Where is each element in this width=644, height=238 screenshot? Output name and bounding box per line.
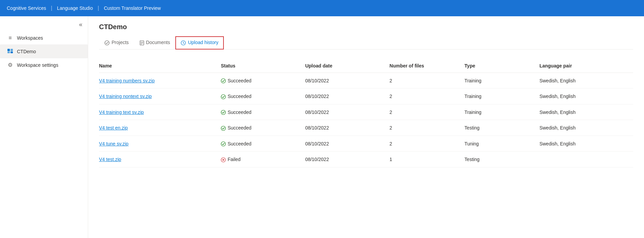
- status-text: Succeeded: [228, 125, 251, 131]
- num-files-cell: 1: [390, 152, 465, 167]
- table-row: V4 tune sv.zipSucceeded08/10/20222Tuning…: [99, 136, 633, 152]
- language-pair-cell: [540, 152, 633, 167]
- file-name-link[interactable]: V4 test en.zip: [99, 125, 128, 131]
- success-icon: [221, 78, 226, 84]
- success-icon: [221, 93, 226, 99]
- tab-documents-label: Documents: [146, 40, 170, 45]
- nav-custom-translator[interactable]: Custom Translator Preview: [104, 5, 161, 11]
- table-row: V4 training numbers sv.zipSucceeded08/10…: [99, 73, 633, 88]
- upload-date-cell: 08/10/2022: [305, 73, 390, 88]
- success-icon: [221, 125, 226, 131]
- table-row: V4 training text sv.zipSucceeded08/10/20…: [99, 104, 633, 120]
- sidebar-item-workspaces[interactable]: ≡ Workspaces: [0, 32, 88, 44]
- num-files-cell: 2: [390, 136, 465, 152]
- status-text: Succeeded: [228, 94, 251, 99]
- col-header-status: Status: [221, 60, 305, 73]
- fail-icon: [221, 156, 226, 162]
- type-cell: Training: [465, 104, 540, 120]
- tab-projects-label: Projects: [112, 40, 129, 45]
- upload-date-cell: 08/10/2022: [305, 104, 390, 120]
- num-files-cell: 2: [390, 120, 465, 136]
- svg-rect-0: [7, 49, 10, 51]
- col-header-type: Type: [465, 60, 540, 73]
- type-cell: Testing: [465, 120, 540, 136]
- tab-upload-history-label: Upload history: [188, 40, 218, 45]
- page-title: CTDemo: [99, 23, 633, 31]
- nav-cognitive-services[interactable]: Cognitive Services: [7, 5, 46, 11]
- col-header-name: Name: [99, 60, 221, 73]
- language-pair-cell: Swedish, English: [540, 136, 633, 152]
- table-header: Name Status Upload date Number of files …: [99, 60, 633, 73]
- svg-rect-2: [7, 52, 10, 53]
- documents-tab-icon: [140, 40, 144, 45]
- sidebar-item-ctdemo[interactable]: CTDemo: [0, 44, 88, 58]
- main-content: CTDemo Projects: [88, 16, 644, 238]
- svg-point-4: [105, 41, 109, 45]
- sidebar: « ≡ Workspaces CTDemo ⚙ Workspace settin…: [0, 16, 88, 238]
- table-body: V4 training numbers sv.zipSucceeded08/10…: [99, 73, 633, 167]
- language-pair-cell: Swedish, English: [540, 120, 633, 136]
- svg-rect-3: [11, 52, 13, 53]
- language-pair-cell: Swedish, English: [540, 88, 633, 104]
- sidebar-collapse-button[interactable]: «: [0, 20, 88, 32]
- language-pair-cell: Swedish, English: [540, 73, 633, 88]
- status-text: Succeeded: [228, 141, 251, 146]
- table-row: V4 training nontext sv.zipSucceeded08/10…: [99, 88, 633, 104]
- col-header-upload-date: Upload date: [305, 60, 390, 73]
- sidebar-item-label-workspaces: Workspaces: [17, 35, 43, 41]
- status-cell: Failed: [221, 156, 301, 162]
- nav-separator-1: |: [51, 5, 52, 11]
- svg-point-11: [221, 95, 226, 99]
- type-cell: Training: [465, 73, 540, 88]
- table-row: V4 test.zipFailed08/10/20221Testing: [99, 152, 633, 167]
- file-name-link[interactable]: V4 test.zip: [99, 157, 121, 162]
- file-name-link[interactable]: V4 training text sv.zip: [99, 110, 144, 115]
- num-files-cell: 2: [390, 104, 465, 120]
- success-icon: [221, 109, 226, 115]
- upload-date-cell: 08/10/2022: [305, 120, 390, 136]
- file-name-link[interactable]: V4 training nontext sv.zip: [99, 94, 152, 99]
- tab-upload-history[interactable]: Upload history: [175, 36, 224, 49]
- status-cell: Succeeded: [221, 109, 301, 115]
- file-name-link[interactable]: V4 training numbers sv.zip: [99, 78, 155, 83]
- projects-tab-icon: [104, 40, 110, 45]
- status-cell: Succeeded: [221, 125, 301, 131]
- status-cell: Succeeded: [221, 141, 301, 147]
- upload-date-cell: 08/10/2022: [305, 152, 390, 167]
- col-header-num-files: Number of files: [390, 60, 465, 73]
- sidebar-item-label-ctdemo: CTDemo: [17, 49, 36, 54]
- ctdemo-icon: [7, 48, 14, 55]
- top-navigation: Cognitive Services | Language Studio | C…: [0, 0, 644, 16]
- language-pair-cell: Swedish, English: [540, 104, 633, 120]
- status-text: Succeeded: [228, 110, 251, 115]
- file-name-link[interactable]: V4 tune sv.zip: [99, 141, 129, 146]
- status-text: Failed: [228, 157, 240, 162]
- tab-projects[interactable]: Projects: [99, 36, 134, 49]
- workspace-settings-icon: ⚙: [7, 62, 14, 68]
- success-icon: [221, 141, 226, 147]
- col-header-language-pair: Language pair: [540, 60, 633, 73]
- upload-date-cell: 08/10/2022: [305, 88, 390, 104]
- nav-language-studio[interactable]: Language Studio: [57, 5, 93, 11]
- workspaces-icon: ≡: [7, 35, 14, 41]
- svg-point-13: [221, 126, 226, 131]
- type-cell: Tuning: [465, 136, 540, 152]
- num-files-cell: 2: [390, 88, 465, 104]
- upload-history-table: Name Status Upload date Number of files …: [99, 60, 633, 167]
- type-cell: Training: [465, 88, 540, 104]
- upload-history-tab-icon: [181, 40, 186, 45]
- status-cell: Succeeded: [221, 93, 301, 99]
- tab-bar: Projects Documents: [99, 36, 633, 49]
- svg-rect-1: [11, 49, 13, 51]
- sidebar-item-workspace-settings[interactable]: ⚙ Workspace settings: [0, 58, 88, 72]
- table-row: V4 test en.zipSucceeded08/10/20222Testin…: [99, 120, 633, 136]
- sidebar-item-label-workspace-settings: Workspace settings: [17, 62, 58, 68]
- num-files-cell: 2: [390, 73, 465, 88]
- upload-date-cell: 08/10/2022: [305, 136, 390, 152]
- svg-point-14: [221, 142, 226, 146]
- tab-documents[interactable]: Documents: [134, 36, 176, 49]
- nav-separator-2: |: [98, 5, 99, 11]
- status-text: Succeeded: [228, 78, 251, 83]
- svg-point-12: [221, 110, 226, 115]
- type-cell: Testing: [465, 152, 540, 167]
